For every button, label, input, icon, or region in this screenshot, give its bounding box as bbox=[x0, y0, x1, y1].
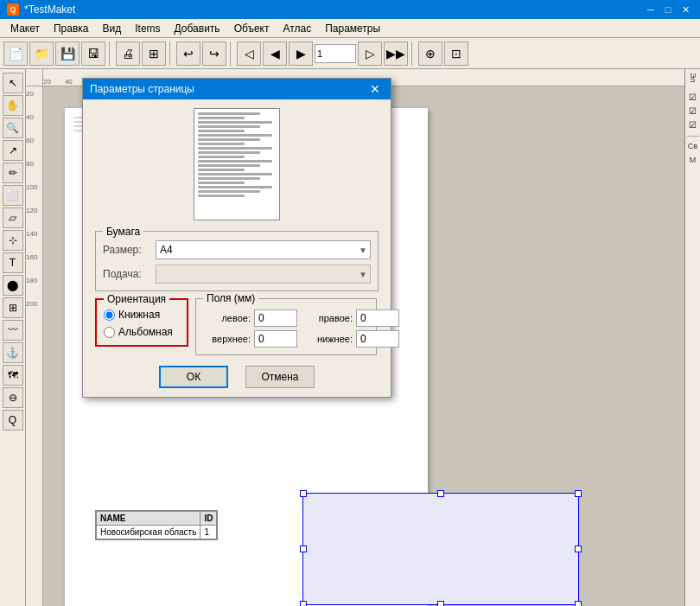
left-margin-label: левое: bbox=[203, 313, 251, 323]
top-margin-label: верхнее: bbox=[203, 334, 251, 344]
page-settings-dialog: Параметры страницы ✕ bbox=[82, 78, 391, 398]
size-label: Размер: bbox=[103, 244, 150, 256]
preview-line-14 bbox=[198, 169, 245, 171]
preview-line-5 bbox=[198, 130, 245, 132]
dialog-close-button[interactable]: ✕ bbox=[366, 80, 384, 98]
orientation-group-label: Ориентация bbox=[104, 293, 169, 305]
landscape-row: Альбомная bbox=[104, 326, 180, 338]
preview-line-10 bbox=[198, 151, 260, 154]
landscape-label[interactable]: Альбомная bbox=[118, 326, 173, 338]
preview-line-8 bbox=[198, 143, 245, 145]
preview-line-9 bbox=[198, 147, 272, 150]
orientation-group: Ориентация Книжная Альбомная bbox=[95, 298, 188, 347]
preview-content bbox=[194, 109, 279, 202]
top-margin-input[interactable] bbox=[254, 330, 297, 348]
feed-row: Подача: ▼ bbox=[103, 265, 371, 284]
cancel-button[interactable]: Отмена bbox=[245, 366, 315, 388]
preview-line-11 bbox=[198, 156, 245, 158]
orientation-margins-row: Ориентация Книжная Альбомная Поля (мм) л… bbox=[95, 298, 379, 355]
feed-select[interactable] bbox=[156, 265, 371, 284]
bottom-margin-input[interactable] bbox=[356, 330, 399, 348]
margins-group-label: Поля (мм) bbox=[203, 292, 258, 304]
feed-select-wrapper: ▼ bbox=[156, 265, 371, 284]
left-margin-input[interactable] bbox=[254, 309, 297, 327]
preview-line-1 bbox=[198, 112, 260, 115]
right-margin-label: правое: bbox=[305, 313, 353, 323]
dialog-overlay: Параметры страницы ✕ bbox=[0, 0, 700, 606]
dialog-title-bar: Параметры страницы ✕ bbox=[83, 79, 391, 99]
preview-line-3 bbox=[198, 121, 272, 124]
size-select-wrapper: A4 A3 Letter ▼ bbox=[156, 240, 371, 259]
preview-line-18 bbox=[198, 186, 272, 188]
preview-line-4 bbox=[198, 125, 260, 128]
preview-line-17 bbox=[198, 182, 245, 184]
size-row: Размер: A4 A3 Letter ▼ bbox=[103, 240, 371, 259]
preview-line-15 bbox=[198, 173, 272, 175]
landscape-radio[interactable] bbox=[104, 327, 115, 338]
dialog-buttons: ОК Отмена bbox=[95, 366, 379, 388]
preview-line-16 bbox=[198, 177, 260, 180]
preview-line-20 bbox=[198, 195, 245, 197]
preview-line-19 bbox=[198, 190, 260, 193]
size-select[interactable]: A4 A3 Letter bbox=[156, 240, 371, 259]
page-preview bbox=[194, 108, 280, 220]
preview-line-12 bbox=[198, 160, 272, 163]
dialog-body: Бумага Размер: A4 A3 Letter ▼ Подача: bbox=[83, 99, 391, 397]
preview-line-2 bbox=[198, 117, 245, 119]
preview-line-13 bbox=[198, 164, 260, 167]
paper-group-label: Бумага bbox=[103, 226, 143, 238]
ok-button[interactable]: ОК bbox=[159, 366, 228, 388]
feed-label: Подача: bbox=[103, 268, 150, 280]
dialog-title-text: Параметры страницы bbox=[90, 83, 366, 95]
paper-group: Бумага Размер: A4 A3 Letter ▼ Подача: bbox=[95, 231, 379, 291]
preview-line-7 bbox=[198, 138, 260, 141]
portrait-label[interactable]: Книжная bbox=[118, 309, 160, 321]
portrait-row: Книжная bbox=[104, 309, 180, 321]
margins-group: Поля (мм) левое: правое: верхнее: нижнее… bbox=[195, 298, 377, 355]
preview-line-6 bbox=[198, 134, 272, 137]
portrait-radio[interactable] bbox=[104, 309, 115, 321]
bottom-margin-label: нижнее: bbox=[305, 334, 353, 344]
right-margin-input[interactable] bbox=[356, 309, 399, 327]
